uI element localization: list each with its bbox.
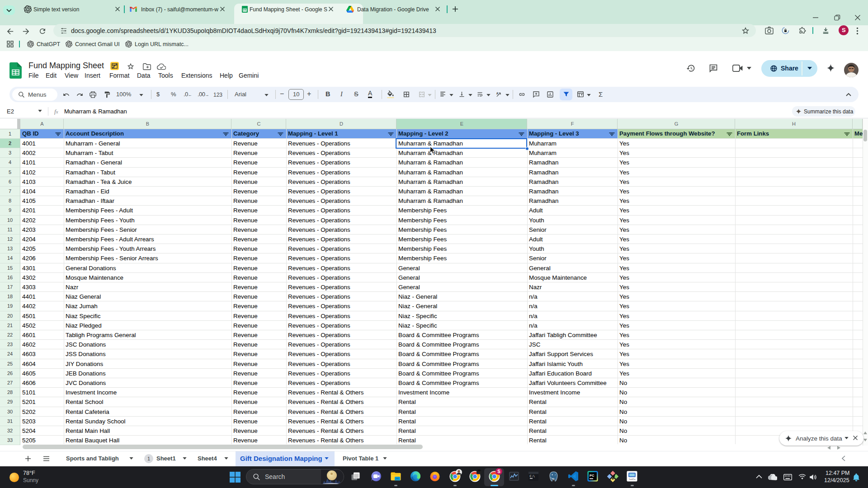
svg-text:TaskPro: TaskPro: [629, 478, 636, 480]
svg-text:PC: PC: [590, 474, 594, 478]
svg-text:A: A: [496, 92, 499, 95]
svg-text:C:\: C:\: [530, 474, 535, 478]
